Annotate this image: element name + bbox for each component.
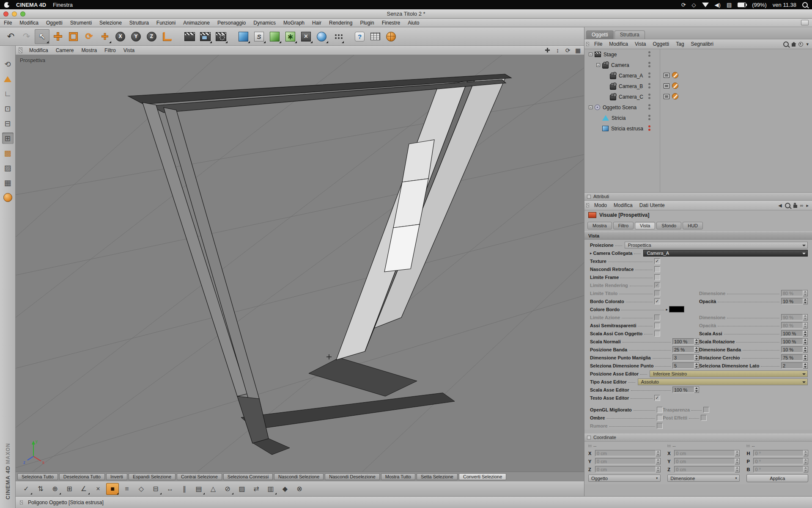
history-back-icon[interactable]: ◀ — [778, 203, 782, 208]
add-spline-button[interactable]: S — [252, 29, 266, 44]
modeling-tool-12-icon[interactable]: ∥ — [178, 483, 191, 495]
last-used-tool[interactable] — [97, 29, 112, 44]
step-down-icon[interactable] — [804, 453, 808, 456]
vista-section-bar[interactable]: Vista — [584, 232, 812, 240]
tab-struttura[interactable]: Struttura — [614, 30, 645, 39]
render-view-button[interactable] — [182, 29, 197, 44]
tree-item-camera[interactable]: -Camera — [584, 60, 812, 70]
target-icon[interactable] — [798, 42, 803, 47]
stepper-icon[interactable] — [694, 338, 699, 345]
edges-mode-icon[interactable]: ⊟ — [2, 118, 14, 129]
window-widget-icon[interactable] — [801, 20, 809, 25]
protection-tag-icon[interactable] — [672, 72, 678, 78]
viewport-canvas[interactable]: y x z — [16, 55, 584, 472]
stepper-icon[interactable] — [803, 314, 808, 320]
value-field[interactable]: 10 % — [781, 298, 808, 304]
attr-tab-mostra[interactable]: Mostra — [587, 222, 612, 229]
visibility-dots[interactable] — [648, 94, 650, 99]
search-icon[interactable] — [783, 41, 789, 47]
texture-mode-icon[interactable]: ▩ — [2, 147, 14, 159]
stepper-icon[interactable] — [803, 322, 808, 329]
protection-tag-icon[interactable] — [672, 93, 678, 99]
stepper-icon[interactable] — [804, 458, 808, 464]
stepper-icon[interactable] — [803, 346, 808, 353]
modeling-tool-16-icon[interactable]: ▨ — [236, 483, 248, 495]
coordinate-field[interactable]: 0 ° — [753, 466, 808, 472]
value-field[interactable]: 90 % — [781, 314, 808, 320]
checkbox[interactable]: ✓ — [654, 258, 660, 264]
tab-oggetti[interactable]: Oggetti — [586, 30, 614, 39]
stepper-icon[interactable] — [694, 354, 699, 361]
move-tool[interactable] — [50, 29, 65, 44]
menubar-clock[interactable]: ven 11.38 — [773, 2, 796, 8]
close-window-button[interactable] — [3, 11, 8, 17]
step-down-icon[interactable] — [656, 453, 660, 456]
checkbox[interactable] — [654, 274, 660, 280]
modeling-tool-8-icon[interactable]: ≡ — [121, 483, 133, 495]
add-nurbs-button[interactable] — [267, 29, 282, 44]
step-down-icon[interactable] — [656, 469, 660, 472]
display-tag-icon[interactable] — [664, 94, 669, 99]
visibility-dots[interactable] — [648, 125, 650, 131]
step-down-icon[interactable] — [694, 358, 699, 361]
link-icon[interactable]: ∞ — [800, 203, 804, 208]
tree-item-oggetto-scena[interactable]: -Oggetto Scena — [584, 102, 812, 113]
panel-collapse-icon[interactable] — [587, 436, 591, 439]
pan-view-icon[interactable] — [543, 47, 551, 54]
modeling-tool-18-icon[interactable]: ▥ — [264, 483, 277, 495]
stepper-icon[interactable] — [803, 290, 808, 296]
visibility-dots[interactable] — [648, 51, 650, 57]
viewport-label[interactable]: Prospettiva — [20, 58, 45, 64]
color-expand-icon[interactable]: ▸ — [666, 307, 668, 312]
om-menu-vista[interactable]: Vista — [631, 41, 649, 47]
rotate-view-icon[interactable]: ⟳ — [564, 47, 572, 54]
apply-button[interactable]: Applica — [746, 474, 808, 482]
online-updater-button[interactable] — [384, 29, 398, 44]
coordinate-field[interactable]: 0 ° — [753, 450, 808, 456]
step-down-icon[interactable] — [804, 461, 808, 464]
attr-menu-dati-utente[interactable]: Dati Utente — [636, 202, 668, 208]
app-menu-file[interactable]: File — [0, 19, 16, 27]
zoom-window-button[interactable] — [20, 11, 25, 17]
app-menu-mograph[interactable]: MoGraph — [280, 19, 308, 27]
modeling-tool-9-icon[interactable]: ◇ — [135, 483, 148, 495]
stepper-icon[interactable] — [803, 354, 808, 361]
coordinate-system-toggle[interactable] — [160, 29, 175, 44]
stepper-icon[interactable] — [735, 458, 740, 464]
coordinate-field[interactable]: 0 cm — [595, 466, 661, 472]
deseleziona-tutto-button[interactable]: Deseleziona Tutto — [59, 473, 105, 480]
toggle-view-icon[interactable]: ▦ — [574, 47, 582, 54]
step-down-icon[interactable] — [735, 453, 739, 456]
viewport-menu-filtro[interactable]: Filtro — [101, 46, 120, 55]
checkbox[interactable]: ✓ — [654, 395, 660, 401]
panel-menu-arrow-icon[interactable]: ▸ — [806, 203, 809, 208]
coordinate-field[interactable]: 0 cm — [595, 458, 661, 464]
coordinate-field[interactable]: 0 cm — [674, 450, 740, 456]
lock-x-axis-button[interactable]: X — [113, 29, 128, 44]
value-field[interactable]: 80 % — [781, 322, 808, 329]
polygons-mode-icon[interactable]: ⊞ — [2, 133, 14, 144]
coordinate-field[interactable]: 0 cm — [674, 466, 740, 472]
expander-icon[interactable]: - — [589, 52, 593, 56]
coordinate-field[interactable]: 0 cm — [674, 458, 740, 464]
value-field[interactable]: 75 % — [781, 354, 808, 361]
volume-icon[interactable]: ◀) — [715, 2, 721, 8]
add-scene-object-button[interactable] — [314, 29, 329, 44]
step-down-icon[interactable] — [803, 293, 807, 296]
seleziona-connessi-button[interactable]: Seleziona Connessi — [223, 473, 273, 480]
macos-menu-finestra[interactable]: Finestra — [53, 2, 73, 8]
contrai-selezione-button[interactable]: Contrai Selezione — [177, 473, 222, 480]
om-menu-oggetti[interactable]: Oggetti — [650, 41, 673, 47]
stepper-icon[interactable] — [803, 330, 808, 337]
step-down-icon[interactable] — [694, 366, 699, 369]
expander-icon[interactable]: - — [596, 63, 600, 67]
step-down-icon[interactable] — [735, 469, 739, 472]
om-menu-segnalibri[interactable]: Segnalibri — [688, 41, 717, 47]
step-down-icon[interactable] — [803, 350, 807, 353]
add-particle-object-button[interactable] — [330, 29, 345, 44]
lock-z-axis-button[interactable]: Z — [144, 29, 159, 44]
checkbox[interactable] — [657, 423, 663, 429]
checkbox[interactable]: ✓ — [654, 298, 660, 304]
modeling-tool-15-icon[interactable]: ⊘ — [221, 483, 234, 495]
modeling-tool-6-icon[interactable]: × — [92, 483, 104, 495]
